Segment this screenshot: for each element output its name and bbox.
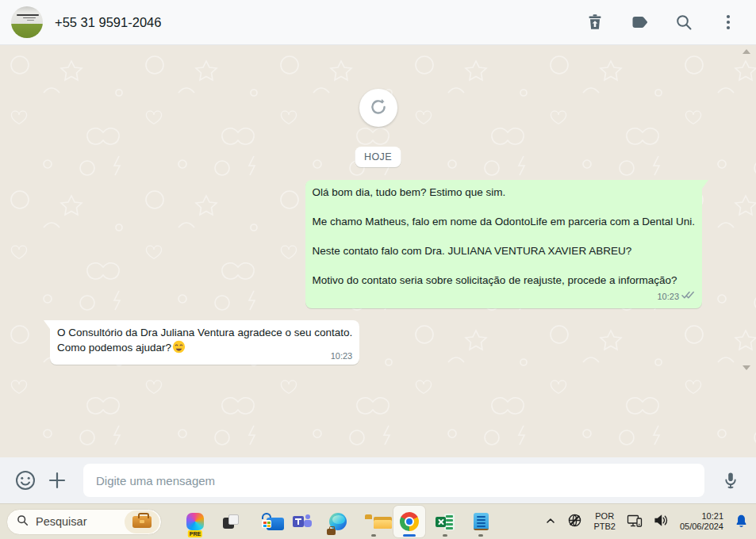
date-divider: HOJE — [355, 147, 401, 167]
voice-record-button[interactable] — [719, 468, 743, 492]
active-running-indicator — [403, 534, 416, 537]
running-indicator — [371, 534, 376, 537]
taskbar-store-button[interactable] — [251, 506, 282, 537]
message-text: Olá bom dia, tudo bem? Estimo que sim. — [313, 185, 696, 200]
teams-icon — [293, 513, 312, 530]
bubble-tail — [44, 320, 50, 331]
message-input[interactable] — [83, 464, 704, 497]
copilot-icon — [186, 513, 204, 530]
message-meta: 10:23 — [313, 291, 696, 302]
running-indicator — [443, 534, 447, 537]
taskbar-search[interactable]: Pesquisar — [6, 509, 162, 535]
search-chat-button[interactable] — [673, 12, 694, 32]
taskbar-teams-button[interactable] — [286, 506, 318, 537]
label-chat-button[interactable] — [629, 12, 650, 32]
clock-date: 05/06/2024 — [680, 522, 723, 532]
notification-bell-icon — [735, 514, 748, 530]
plus-icon — [47, 470, 67, 491]
message-text: Motivo do contato seria sobre solicitaçã… — [313, 273, 696, 288]
clock-time: 10:21 — [701, 511, 723, 522]
message-incoming[interactable]: O Consultório da Dra Juliana Ventura agr… — [50, 320, 359, 365]
system-tray: POR PTB2 — [545, 511, 748, 532]
microsoft-store-icon — [258, 513, 275, 530]
tray-volume-button[interactable] — [654, 514, 669, 529]
kebab-menu-icon — [719, 13, 738, 32]
refresh-icon — [368, 97, 389, 120]
taskbar-desktops-button[interactable] — [215, 506, 247, 537]
header-actions — [585, 12, 739, 32]
sync-refresh-button[interactable] — [359, 89, 397, 127]
message-text: O Consultório da Dra Juliana Ventura agr… — [57, 325, 352, 340]
taskbar-excel-button[interactable] — [429, 506, 461, 537]
language-line2: PTB2 — [593, 522, 616, 532]
chevron-up-icon — [545, 515, 556, 529]
briefcase-icon — [132, 516, 152, 528]
whatsapp-window: +55 31 9591-2046 — [0, 0, 756, 539]
contact-name[interactable]: +55 31 9591-2046 — [55, 15, 161, 30]
tray-clock[interactable]: 10:21 05/06/2024 — [680, 511, 723, 532]
chrome-icon — [400, 512, 419, 531]
speaker-icon — [654, 514, 669, 529]
taskbar-edge-button[interactable] — [322, 506, 354, 537]
copilot-pre-badge: PRE — [188, 530, 202, 537]
tray-hidden-icons-button[interactable] — [545, 515, 556, 529]
bubble-tail — [702, 180, 708, 190]
message-outgoing[interactable]: Olá bom dia, tudo bem? Estimo que sim. M… — [305, 180, 703, 308]
search-label: Pesquisar — [36, 515, 125, 528]
microphone-icon — [721, 471, 740, 490]
work-profile-briefcase-icon — [327, 529, 336, 535]
contact-avatar[interactable] — [11, 6, 43, 38]
smiling-face-emoji-icon — [172, 340, 186, 354]
notepad-icon — [474, 513, 489, 530]
attach-button[interactable] — [45, 468, 69, 492]
search-icon — [17, 514, 29, 529]
no-internet-globe-icon — [567, 513, 582, 530]
scrollbar-up-arrow[interactable] — [743, 49, 750, 54]
windows-taskbar: Pesquisar PRE — [0, 503, 756, 539]
tray-network-button[interactable] — [567, 513, 582, 530]
language-line1: POR — [595, 511, 614, 522]
running-indicator — [478, 534, 483, 537]
message-time: 10:23 — [657, 289, 679, 304]
delete-chat-button[interactable] — [585, 12, 605, 32]
tray-cast-button[interactable] — [627, 514, 643, 530]
smiley-icon — [14, 469, 36, 491]
taskbar-explorer-button[interactable] — [358, 506, 390, 537]
chat-area: HOJE Olá bom dia, tudo bem? Estimo que s… — [0, 45, 756, 457]
cast-display-icon — [627, 514, 643, 530]
emoji-picker-button[interactable] — [13, 468, 37, 492]
message-text: Me chamo Matheus, falo em nome da Odonto… — [313, 214, 696, 229]
message-text: Neste contato falo com Dra. JULIANA VENT… — [313, 243, 696, 258]
message-meta: 10:23 — [331, 350, 353, 361]
taskbar-chrome-button[interactable] — [393, 506, 425, 537]
message-text: Como podemos ajudar? — [57, 340, 352, 355]
message-time: 10:23 — [331, 349, 353, 364]
taskbar-copilot-button[interactable]: PRE — [179, 506, 211, 537]
scrollbar-down-arrow[interactable] — [743, 365, 750, 370]
label-tag-icon — [630, 13, 649, 32]
double-check-icon — [681, 289, 695, 304]
search-highlight-art — [125, 510, 159, 533]
taskbar-apps: PRE — [179, 506, 497, 537]
tray-language-indicator[interactable]: POR PTB2 — [593, 511, 616, 532]
overlapping-squares-icon — [222, 513, 240, 530]
chat-header: +55 31 9591-2046 — [0, 0, 756, 45]
menu-button[interactable] — [718, 12, 739, 32]
excel-icon — [436, 514, 455, 530]
search-icon — [674, 13, 693, 32]
tray-notifications-button[interactable] — [735, 514, 748, 530]
trash-arrow-icon — [585, 13, 604, 32]
message-composer — [0, 457, 756, 503]
taskbar-notepad-button[interactable] — [465, 506, 497, 537]
file-explorer-icon — [365, 514, 383, 529]
avatar-card-image — [17, 14, 39, 22]
